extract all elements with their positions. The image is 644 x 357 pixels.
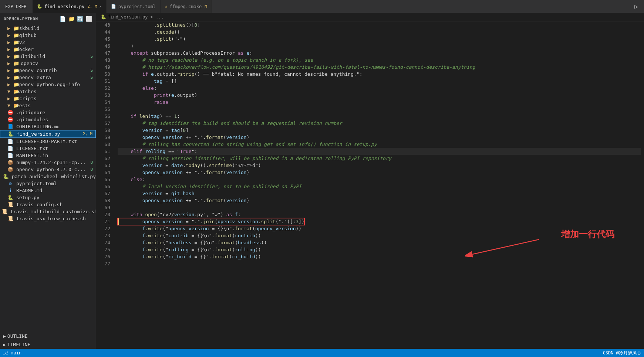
code-line[interactable]: version = date.today().strftime("%Y%m%d"… (118, 162, 641, 169)
line-number: 47 (102, 50, 110, 57)
sidebar-item-patch-auditwheel-whitelist-py[interactable]: 🐍patch_auditwheel_whitelist.py (0, 173, 96, 180)
code-line[interactable]: # rolling has converted into string usin… (118, 141, 641, 148)
sidebar-item-find-version-py[interactable]: 🐍find_version.py2, M (0, 130, 96, 138)
sidebar-item-travis-osx-brew-cache-sh[interactable]: 📜travis_osx_brew_cache.sh (0, 215, 96, 222)
sidebar-item-pyproject-toml[interactable]: ⚙pyproject.toml (0, 180, 96, 187)
sidebar-item-tests[interactable]: ▼ 📂tests (0, 102, 96, 109)
code-line[interactable]: else: (118, 176, 641, 183)
sidebar-item-cv2[interactable]: ▶ 📁cv2 (0, 39, 96, 46)
code-line[interactable]: print(e.output) (118, 92, 641, 99)
code-line[interactable]: .splitlines()[0] (118, 21, 641, 28)
sidebar-item-opencv-contrib[interactable]: ▶ 📁opencv_contribS (0, 67, 96, 74)
file-name: travis_multibuild_customize.sh (10, 209, 96, 214)
code-line[interactable]: f.write("contrib = {}\n".format(contrib)… (118, 232, 641, 239)
code-line[interactable]: # tag identifies the build and should be… (118, 120, 641, 127)
line-number: 74 (102, 239, 110, 246)
new-file-icon[interactable]: 📄 (60, 16, 66, 22)
code-line[interactable]: .split("-") (118, 35, 641, 42)
code-line[interactable] (118, 260, 641, 267)
close-tab-find-version[interactable]: ✕ (100, 4, 102, 8)
line-number: 65 (102, 176, 110, 183)
sidebar-item--gitignore[interactable]: ⛔.gitignore (0, 109, 96, 116)
code-line[interactable]: .decode() (118, 28, 641, 35)
tab-pyproject[interactable]: 📄 pyproject.toml (107, 0, 161, 13)
sidebar-item-README-md[interactable]: ℹREADME.md (0, 187, 96, 194)
file-name: numpy-1.24.2-cp311-cp... (16, 160, 86, 165)
file-name: .github (16, 33, 37, 38)
code-line[interactable]: # local version identifier, not to be pu… (118, 183, 641, 190)
line-number: 51 (102, 78, 110, 85)
sidebar-tree: ▶ 📁_skbuild▶ 📁.github▶ 📁cv2▶ 📁docker▶ 📁m… (0, 25, 96, 222)
code-line[interactable]: with open("cv2/version.py", "w") as f: (118, 211, 641, 218)
tab-find-version[interactable]: 🐍 find_version.py 2, M ✕ (33, 0, 107, 13)
sidebar-item-multibuild[interactable]: ▶ 📁multibuildS (0, 53, 96, 60)
code-line[interactable]: opencv_version += ".".format(version) (118, 197, 641, 204)
breadcrumb-py-icon: 🐍 (101, 14, 106, 20)
sidebar-item-patches[interactable]: ▼ 📂patches (0, 88, 96, 95)
sidebar-item--skbuild[interactable]: ▶ 📁_skbuild (0, 25, 96, 32)
sidebar-item-opencv-python-4-7-0-c---[interactable]: 📦opencv_python-4.7.0-c...U (0, 166, 96, 173)
timeline-label: TIMELINE (7, 342, 31, 347)
sidebar-item-LICENSE-txt[interactable]: 📄LICENSE.txt (0, 145, 96, 152)
code-line[interactable]: elif rolling == "True": (118, 148, 641, 155)
file-name: patches (16, 89, 37, 94)
code-line[interactable] (118, 204, 641, 211)
code-line[interactable]: opencv_version += ".".format(version) (118, 169, 641, 176)
run-icon[interactable]: ▷ (631, 3, 641, 10)
file-icon: 📜 (7, 202, 13, 207)
sidebar-item--gitmodules[interactable]: ⛔.gitmodules (0, 116, 96, 123)
sidebar-item-LICENSE-3RD-PARTY-txt[interactable]: 📄LICENSE-3RD-PARTY.txt (0, 138, 96, 145)
outline-section[interactable]: ▶ OUTLINE (0, 332, 96, 340)
code-line[interactable]: if len(tag) == 1: (118, 113, 641, 120)
code-line[interactable] (118, 106, 641, 113)
sidebar-item-opencv[interactable]: ▶ 📁opencv (0, 60, 96, 67)
line-number: 45 (102, 35, 110, 42)
timeline-section[interactable]: ▶ TIMELINE (0, 340, 96, 349)
sidebar-item-travis-multibuild-customize-sh[interactable]: 📜travis_multibuild_customize.sh (0, 208, 96, 215)
code-line[interactable]: # https://stackoverflow.com/questions/49… (118, 64, 641, 71)
sidebar-item-MANIFEST-in[interactable]: 📄MANIFEST.in (0, 152, 96, 159)
line-numbers: 4344454647484950515253545556575859606162… (96, 21, 115, 349)
code-line[interactable]: f.write("ci_build = {}".format(ci_build)… (118, 253, 641, 260)
code-content[interactable]: .splitlines()[0] .decode() .split("-") )… (115, 21, 644, 349)
sidebar-item--github[interactable]: ▶ 📁.github (0, 32, 96, 39)
file-icon: ▶ 📁 (7, 75, 13, 80)
refresh-icon[interactable]: 🔄 (77, 16, 84, 22)
code-line[interactable]: version = tag[0] (118, 127, 641, 134)
sidebar-item-travis-config-sh[interactable]: 📜travis_config.sh (0, 201, 96, 208)
code-line[interactable]: f.write("opencv_version = {}\n".format(o… (118, 225, 641, 232)
code-line[interactable]: tag = [] (118, 78, 641, 85)
code-line[interactable]: f.write("headless = {}\n".format(headles… (118, 239, 641, 246)
file-icon: ▶ 📁 (7, 82, 13, 87)
file-icon: ℹ (7, 188, 13, 193)
code-line[interactable]: else: (118, 85, 641, 92)
sidebar-item-numpy-1-24-2-cp311-cp---[interactable]: 📦numpy-1.24.2-cp311-cp...U (0, 159, 96, 166)
py-icon: 🐍 (37, 4, 42, 9)
sidebar-item-docker[interactable]: ▶ 📁docker (0, 46, 96, 53)
code-line[interactable]: f.write("rolling = {}\n".format(rolling)… (118, 246, 641, 253)
file-name: LICENSE-3RD-PARTY.txt (16, 139, 77, 144)
code-container[interactable]: 4344454647484950515253545556575859606162… (96, 21, 644, 349)
line-number: 60 (102, 141, 110, 148)
sidebar-item-scripts[interactable]: ▶ 📁scripts (0, 95, 96, 102)
tab-ffmpeg[interactable]: ⚠ ffmpeg.cmake M (161, 0, 212, 13)
collapse-icon[interactable]: ⬜ (86, 16, 92, 22)
code-line[interactable]: # rolling version identifier, will be pu… (118, 155, 641, 162)
code-line[interactable]: raise (118, 99, 641, 106)
code-line[interactable]: opencv_version += ".".format(version) (118, 134, 641, 141)
code-line[interactable]: version = git_hash (118, 190, 641, 197)
sidebar-item-opencv-extra[interactable]: ▶ 📁opencv_extraS (0, 74, 96, 81)
new-folder-icon[interactable]: 📁 (68, 16, 75, 22)
sidebar-item-CONTRIBUTING-md[interactable]: 📘CONTRIBUTING.md (0, 123, 96, 130)
line-number: 68 (102, 197, 110, 204)
code-line[interactable]: if e.output.rstrip() == b"fatal: No name… (118, 71, 641, 78)
file-name: CONTRIBUTING.md (16, 124, 60, 129)
code-line[interactable]: ) (118, 42, 641, 50)
code-line[interactable]: # no tags reachable (e.g. on a topic bra… (118, 57, 641, 64)
sidebar-item-setup-py[interactable]: 🐍setup.py (0, 194, 96, 201)
file-badge: S (89, 68, 96, 73)
code-line[interactable]: opencv_version = ".".join(opencv_version… (118, 218, 304, 225)
sidebar-item-opencv-python-egg-info[interactable]: ▶ 📁opencv_python.egg-info (0, 81, 96, 88)
code-line[interactable]: except subprocess.CalledProcessError as … (118, 50, 641, 57)
line-number: 72 (102, 225, 110, 232)
